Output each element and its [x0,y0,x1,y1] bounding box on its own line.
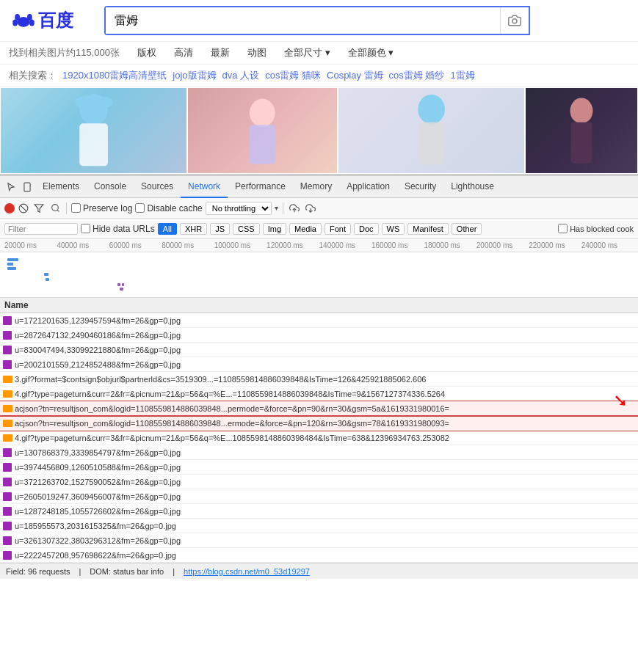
network-toolbar: Preserve log Disable cache No throttling… [0,198,638,219]
related-link-4[interactable]: cos雷姆 猫咪 [265,69,321,82]
export-btn[interactable] [304,202,317,215]
results-info-bar: 找到相关图片约115,000张 版权 高清 最新 动图 全部尺寸 ▾ 全部颜色 … [0,42,638,65]
anime-figure-2 [188,88,337,173]
filter-input[interactable] [4,223,78,235]
request-name: u=185955573,2031615325&fm=26&gp=0.jpg [15,522,637,530]
request-row[interactable]: u=1721201635,1239457594&fm=26&gp=0.jpg [0,313,638,328]
status-link[interactable]: https://blog.csdn.net/m0_53d19297 [184,567,310,576]
has-blocked-checkbox[interactable] [558,224,568,233]
request-row[interactable]: u=3721263702,1527590052&fm=26&gp=0.jpg [0,475,638,489]
request-row[interactable]: u=2605019247,3609456007&fm=26&gp=0.jpg [0,489,638,504]
request-row[interactable]: u=3261307322,3803296312&fm=26&gp=0.jpg [0,533,638,548]
filter-img-btn[interactable]: Img [263,223,286,235]
filter-xhr-btn[interactable]: XHR [180,223,207,235]
related-link-1[interactable]: 1920x1080雷姆高清壁纸 [62,69,167,82]
filter-media-btn[interactable]: Media [289,223,322,235]
disable-cache-label[interactable]: Disable cache [135,203,202,213]
svg-point-8 [75,97,92,108]
request-row[interactable]: u=1307868379,3339854797&fm=26&gp=0.jpg [0,445,638,460]
svg-line-22 [57,210,59,211]
related-link-7[interactable]: 1雷姆 [450,69,474,82]
svg-point-5 [512,19,517,23]
filter-css-btn[interactable]: CSS [233,223,260,235]
hide-data-urls-label[interactable]: Hide data URLs [81,224,155,234]
tab-console[interactable]: Console [87,176,134,198]
tab-elements[interactable]: Elements [35,176,87,198]
request-row[interactable]: u=2872647132,2490460186&fm=26&gp=0.jpg [0,328,638,343]
request-row-highlighted-1[interactable]: acjson?tn=resultjson_com&logid=110855981… [0,401,638,416]
camera-button[interactable] [500,7,529,34]
search-bar[interactable] [104,6,530,35]
tab-performance[interactable]: Performance [228,176,293,198]
filter-manifest-btn[interactable]: Manifest [407,223,449,235]
filter-font-btn[interactable]: Font [325,223,351,235]
filter-color[interactable]: 全部颜色 ▾ [348,46,394,59]
img-type-icon [1,535,13,547]
tab-security[interactable]: Security [397,176,443,198]
filter-ws-btn[interactable]: WS [382,223,405,235]
hide-data-urls-checkbox[interactable] [81,224,90,233]
request-row[interactable]: u=3974456809,1260510588&fm=26&gp=0.jpg [0,460,638,475]
image-thumb-2[interactable] [188,88,337,173]
inspect-icon-btn[interactable] [3,179,19,195]
request-row[interactable]: u=185955573,2031615325&fm=26&gp=0.jpg [0,519,638,533]
record-button[interactable] [4,203,15,213]
image-thumb-4[interactable] [526,88,637,173]
request-name: u=1307868379,3339854797&fm=26&gp=0.jpg [15,448,637,457]
ban-icon [18,203,29,213]
svg-point-4 [29,19,35,26]
filter-toggle-btn[interactable] [32,202,46,215]
related-link-6[interactable]: cos雷姆 婚纱 [389,69,445,82]
filter-size[interactable]: 全部尺寸 ▾ [284,46,330,59]
svg-point-9 [96,97,113,108]
related-link-3[interactable]: dva 人设 [222,69,260,82]
tab-network[interactable]: Network [181,176,228,198]
preserve-log-checkbox[interactable] [71,203,81,213]
filter-animated[interactable]: 动图 [247,46,267,59]
request-row[interactable]: u=830047494,33099221880&fm=26&gp=0.jpg [0,343,638,357]
tab-lighthouse[interactable]: Lighthouse [443,176,501,198]
baidu-logo[interactable]: 百度 [9,7,95,34]
filter-all-btn[interactable]: All [158,223,177,235]
request-row[interactable]: u=2002101559,2124852488&fm=26&gp=0.jpg [0,357,638,372]
disable-cache-text: Disable cache [147,203,202,213]
anime-figure-4 [526,88,637,173]
disable-cache-checkbox[interactable] [135,203,145,213]
filter-latest[interactable]: 最新 [211,46,230,59]
ruler-mark-8: 160000 ms [371,241,424,249]
device-icon-btn[interactable] [19,179,35,195]
filter-hd[interactable]: 高清 [174,46,193,59]
ruler-mark-12: 240000 ms [581,241,634,249]
preserve-log-label[interactable]: Preserve log [71,203,132,213]
download-icon [305,203,316,213]
filter-other-btn[interactable]: Other [452,223,482,235]
throttle-select[interactable]: No throttling Slow 3G Fast 3G [206,202,272,215]
has-blocked-label[interactable]: Has blocked cook [558,224,634,233]
img-type-icon [1,344,13,356]
json-type-icon [1,417,13,429]
request-row[interactable]: u=1287248185,1055726602&fm=26&gp=0.jpg [0,504,638,519]
request-row[interactable]: u=2222457208,957698622&fm=26&gp=0.jpg [0,548,638,563]
search-toggle-btn[interactable] [48,202,62,215]
related-link-2[interactable]: jojo版雷姆 [173,69,216,82]
related-link-5[interactable]: Cosplay 雷姆 [327,69,383,82]
request-row[interactable]: 4.gif?type=pageturn&curr=3&fr=&picnum=21… [0,431,638,445]
request-row[interactable]: 4.gif?type=pageturn&curr=2&fr=&picnum=21… [0,387,638,401]
search-input[interactable] [106,7,500,34]
filter-copyright[interactable]: 版权 [137,46,156,59]
image-thumb-3[interactable] [338,88,524,173]
img-type-icon [1,476,13,488]
tab-sources[interactable]: Sources [134,176,181,198]
tab-memory[interactable]: Memory [293,176,339,198]
request-row[interactable]: 3.gif?format=$contsign$objurl$partnerld&… [0,372,638,387]
tab-application[interactable]: Application [339,176,397,198]
timeline-bar-1 [7,258,18,261]
filter-doc-btn[interactable]: Doc [354,223,379,235]
image-thumb-1[interactable] [1,88,186,173]
clear-button[interactable] [18,202,29,214]
import-btn[interactable] [288,202,301,215]
svg-point-10 [250,99,275,128]
filter-js-btn[interactable]: JS [210,223,230,235]
request-row-highlighted-2[interactable]: acjson?tn=resultjson_com&logid=110855981… [0,416,638,431]
request-list[interactable]: ➘ u=1721201635,1239457594&fm=26&gp=0.jpg… [0,313,638,563]
